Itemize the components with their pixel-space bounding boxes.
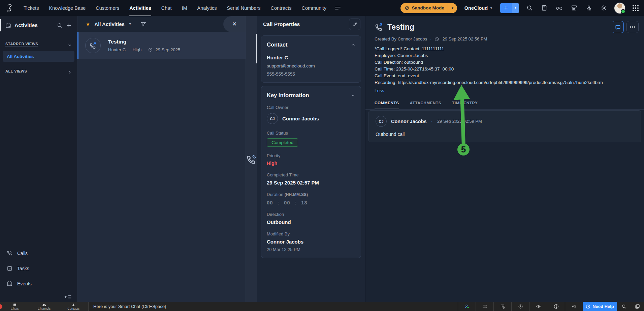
nav-item-contracts[interactable]: Contracts <box>271 0 292 16</box>
activity-list-item[interactable]: Testing Hunter C High 29 Sep 2025 <box>77 32 246 59</box>
all-views-section[interactable]: ALL VIEWS <box>0 69 77 74</box>
filter-icon[interactable] <box>140 21 146 27</box>
marketplace-icon[interactable] <box>571 5 577 11</box>
quick-add-button[interactable]: + ▼ <box>500 3 519 13</box>
description-line-recording: Recording: https://sandbox-myrecording.o… <box>375 79 644 86</box>
presence-status-icon[interactable] <box>458 302 476 311</box>
tab-comments[interactable]: COMMENTS <box>375 101 399 109</box>
user-avatar[interactable] <box>614 3 625 13</box>
sidebar-item-events[interactable]: Events <box>0 276 77 291</box>
games-icon[interactable] <box>556 5 562 11</box>
ellipsis-icon: ••• <box>630 24 636 30</box>
tab-attachments[interactable]: ATTACHMENTS <box>410 101 442 109</box>
need-help-button[interactable]: Need Help <box>583 302 617 311</box>
sidebar-title: Activities <box>14 22 54 28</box>
call-owner-label: Call Owner <box>267 105 355 110</box>
chevron-down-icon[interactable] <box>68 43 72 47</box>
sidebar-search-icon[interactable] <box>57 23 63 28</box>
activity-detail-panel: Testing ••• Created By Connor Jacobs 29 … <box>365 16 644 302</box>
starred-views-heading: STARRED VIEWS <box>5 42 38 47</box>
windows-stack-icon[interactable] <box>631 302 644 311</box>
feeds-icon[interactable] <box>541 5 548 11</box>
call-owner-row[interactable]: CJ Connor Jacobs <box>267 113 355 124</box>
search-icon[interactable] <box>526 5 533 11</box>
direction-field: Direction Outbound <box>267 212 355 225</box>
tray-channels[interactable]: Channels <box>29 303 59 310</box>
announcements-icon[interactable] <box>529 302 547 311</box>
priority-value[interactable]: High <box>267 161 355 166</box>
key-information-header[interactable]: Key Information <box>267 92 355 98</box>
contact-card-header[interactable]: Contact <box>267 41 355 48</box>
tray-contacts[interactable]: Contacts <box>59 303 88 310</box>
brightness-icon[interactable] <box>565 302 583 311</box>
bottom-search-icon[interactable] <box>617 302 631 311</box>
contact-heading: Contact <box>267 41 351 48</box>
chevron-up-icon[interactable] <box>351 43 355 47</box>
modified-by-field: Modified By Connor Jacobs 20 Mar 12:25 P… <box>267 231 355 252</box>
properties-tab-strip <box>246 16 257 302</box>
view-caret-icon[interactable]: ▼ <box>129 22 132 26</box>
completed-time-field: Completed Time 29 Sep 2025 02:57 PM <box>267 172 355 186</box>
priority-label: Priority <box>267 153 355 158</box>
org-name: OneCloud <box>464 5 488 11</box>
detail-tabs: COMMENTS ATTACHMENTS TIME ENTRY <box>365 93 644 110</box>
smart-chat-input[interactable]: Here is your Smart Chat (Ctrl+Space) <box>89 302 458 311</box>
sidebar-collapse-icon[interactable] <box>64 294 72 300</box>
sandbox-mode-button[interactable]: Sandbox Mode ▼ <box>400 3 457 13</box>
starred-views-section[interactable]: STARRED VIEWS <box>0 42 77 47</box>
contact-name[interactable]: Hunter C <box>267 55 355 60</box>
org-selector[interactable]: OneCloud ▼ <box>464 5 493 11</box>
sidebar-item-all-activities[interactable]: All Activities <box>3 51 74 62</box>
profile-icon[interactable] <box>586 5 592 11</box>
tab-time-entry[interactable]: TIME ENTRY <box>452 101 478 109</box>
notes-icon[interactable] <box>494 302 511 311</box>
close-list-button[interactable]: ✕ <box>223 16 246 32</box>
accessibility-icon[interactable] <box>547 302 565 311</box>
list-view-selector[interactable]: All Activities <box>94 21 124 27</box>
nav-overflow-icon[interactable] <box>335 7 341 9</box>
nav-item-chat[interactable]: Chat <box>161 0 172 16</box>
nav-item-serial-numbers[interactable]: Serial Numbers <box>227 0 261 16</box>
nav-item-im[interactable]: IM <box>182 0 187 16</box>
duration-label: Duration (HH:MM:SS) <box>267 192 355 197</box>
nav-item-activities[interactable]: Activities <box>129 0 151 16</box>
sidebar-add-icon[interactable] <box>66 23 72 28</box>
quick-add-caret-icon[interactable]: ▼ <box>512 3 519 13</box>
chevron-up-icon[interactable] <box>351 93 355 97</box>
status-badge[interactable]: Completed <box>267 138 298 147</box>
duration-field: Duration (HH:MM:SS) 00 : 00 : 18 <box>267 192 355 205</box>
settings-gear-icon[interactable] <box>601 5 607 11</box>
nav-item-tickets[interactable]: Tickets <box>24 0 39 16</box>
app-logo-icon[interactable] <box>0 4 19 12</box>
activities-module-icon <box>5 23 11 28</box>
contact-phone[interactable]: 555-555-5555 <box>267 72 355 77</box>
chevron-right-icon[interactable] <box>68 69 72 74</box>
call-description: *Call Logged* Contact: 1111111111 Employ… <box>365 41 644 86</box>
sidebar-item-calls[interactable]: Calls <box>0 246 77 261</box>
call-properties-panel: Call Properties Contact Hunter C support… <box>257 16 365 302</box>
star-icon[interactable]: ★ <box>86 21 90 27</box>
sandbox-caret-icon[interactable]: ▼ <box>448 6 457 10</box>
recent-clock-icon[interactable] <box>512 302 529 311</box>
more-actions-button[interactable]: ••• <box>626 21 639 33</box>
nav-item-community[interactable]: Community <box>302 0 326 16</box>
outbound-call-icon <box>375 23 383 31</box>
comment-avatar: CJ <box>376 116 387 127</box>
nav-item-analytics[interactable]: Analytics <box>197 0 217 16</box>
comment-bubble-button[interactable] <box>612 21 624 33</box>
tray-chats[interactable]: Chats <box>0 303 29 310</box>
edit-properties-button[interactable] <box>349 19 360 30</box>
dot-separator <box>431 118 433 124</box>
less-link[interactable]: Less <box>375 88 384 93</box>
dot-separator <box>128 47 130 52</box>
contact-email[interactable]: support@onecloud.com <box>267 63 355 68</box>
plus-icon[interactable]: + <box>500 3 512 13</box>
keyboard-shortcuts-icon[interactable] <box>476 302 493 311</box>
contacts-label: Contacts <box>68 307 80 310</box>
sidebar-item-tasks[interactable]: Tasks <box>0 261 77 276</box>
app-switcher-icon[interactable] <box>633 5 639 11</box>
detail-header-buttons: ••• <box>612 21 639 33</box>
nav-item-knowledge-base[interactable]: Knowledge Base <box>49 0 86 16</box>
nav-item-customers[interactable]: Customers <box>96 0 119 16</box>
sidebar-tasks-label: Tasks <box>17 266 29 271</box>
